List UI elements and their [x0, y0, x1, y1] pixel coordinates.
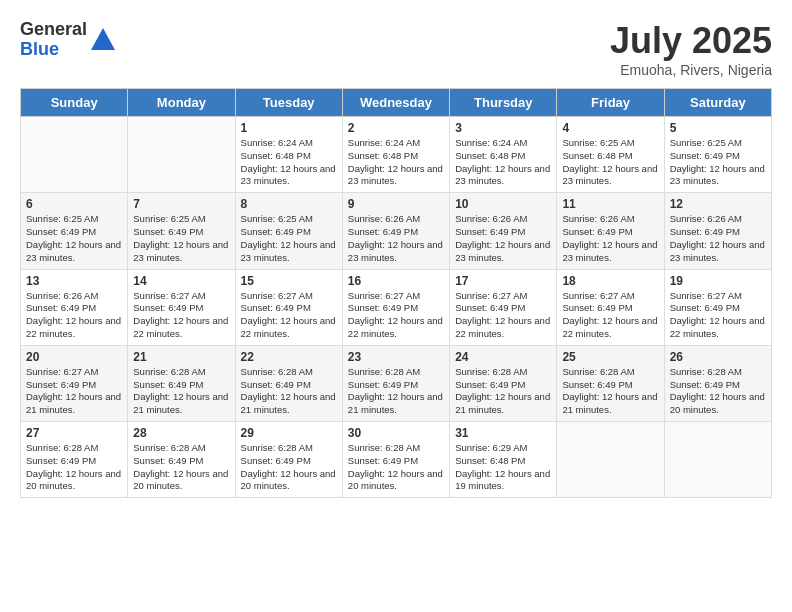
- day-info: Sunrise: 6:27 AM Sunset: 6:49 PM Dayligh…: [348, 290, 444, 341]
- day-number: 13: [26, 274, 122, 288]
- day-info: Sunrise: 6:25 AM Sunset: 6:49 PM Dayligh…: [670, 137, 766, 188]
- day-number: 24: [455, 350, 551, 364]
- day-number: 9: [348, 197, 444, 211]
- header-sunday: Sunday: [21, 89, 128, 117]
- day-info: Sunrise: 6:28 AM Sunset: 6:49 PM Dayligh…: [133, 366, 229, 417]
- day-info: Sunrise: 6:27 AM Sunset: 6:49 PM Dayligh…: [562, 290, 658, 341]
- day-number: 1: [241, 121, 337, 135]
- day-number: 4: [562, 121, 658, 135]
- calendar-cell: [557, 422, 664, 498]
- calendar-cell: 10Sunrise: 6:26 AM Sunset: 6:49 PM Dayli…: [450, 193, 557, 269]
- logo: General Blue: [20, 20, 117, 60]
- calendar-cell: 20Sunrise: 6:27 AM Sunset: 6:49 PM Dayli…: [21, 345, 128, 421]
- calendar-cell: 4Sunrise: 6:25 AM Sunset: 6:48 PM Daylig…: [557, 117, 664, 193]
- day-number: 18: [562, 274, 658, 288]
- calendar-cell: 29Sunrise: 6:28 AM Sunset: 6:49 PM Dayli…: [235, 422, 342, 498]
- calendar-cell: 2Sunrise: 6:24 AM Sunset: 6:48 PM Daylig…: [342, 117, 449, 193]
- day-info: Sunrise: 6:26 AM Sunset: 6:49 PM Dayligh…: [670, 213, 766, 264]
- day-number: 31: [455, 426, 551, 440]
- calendar-cell: [21, 117, 128, 193]
- page-title: July 2025: [610, 20, 772, 62]
- day-number: 11: [562, 197, 658, 211]
- calendar-cell: 23Sunrise: 6:28 AM Sunset: 6:49 PM Dayli…: [342, 345, 449, 421]
- day-number: 22: [241, 350, 337, 364]
- calendar-week-5: 27Sunrise: 6:28 AM Sunset: 6:49 PM Dayli…: [21, 422, 772, 498]
- calendar-cell: 28Sunrise: 6:28 AM Sunset: 6:49 PM Dayli…: [128, 422, 235, 498]
- day-number: 28: [133, 426, 229, 440]
- title-block: July 2025 Emuoha, Rivers, Nigeria: [610, 20, 772, 78]
- day-info: Sunrise: 6:27 AM Sunset: 6:49 PM Dayligh…: [241, 290, 337, 341]
- calendar-cell: 22Sunrise: 6:28 AM Sunset: 6:49 PM Dayli…: [235, 345, 342, 421]
- header-wednesday: Wednesday: [342, 89, 449, 117]
- calendar-table: SundayMondayTuesdayWednesdayThursdayFrid…: [20, 88, 772, 498]
- calendar-cell: 17Sunrise: 6:27 AM Sunset: 6:49 PM Dayli…: [450, 269, 557, 345]
- calendar-week-2: 6Sunrise: 6:25 AM Sunset: 6:49 PM Daylig…: [21, 193, 772, 269]
- day-info: Sunrise: 6:24 AM Sunset: 6:48 PM Dayligh…: [348, 137, 444, 188]
- calendar-cell: 14Sunrise: 6:27 AM Sunset: 6:49 PM Dayli…: [128, 269, 235, 345]
- day-info: Sunrise: 6:24 AM Sunset: 6:48 PM Dayligh…: [455, 137, 551, 188]
- calendar-cell: 25Sunrise: 6:28 AM Sunset: 6:49 PM Dayli…: [557, 345, 664, 421]
- day-number: 15: [241, 274, 337, 288]
- calendar-week-1: 1Sunrise: 6:24 AM Sunset: 6:48 PM Daylig…: [21, 117, 772, 193]
- logo-icon: [89, 26, 117, 54]
- day-number: 26: [670, 350, 766, 364]
- day-info: Sunrise: 6:28 AM Sunset: 6:49 PM Dayligh…: [26, 442, 122, 493]
- calendar-cell: 19Sunrise: 6:27 AM Sunset: 6:49 PM Dayli…: [664, 269, 771, 345]
- day-info: Sunrise: 6:25 AM Sunset: 6:49 PM Dayligh…: [26, 213, 122, 264]
- day-number: 20: [26, 350, 122, 364]
- day-info: Sunrise: 6:28 AM Sunset: 6:49 PM Dayligh…: [241, 366, 337, 417]
- day-info: Sunrise: 6:28 AM Sunset: 6:49 PM Dayligh…: [562, 366, 658, 417]
- calendar-cell: 8Sunrise: 6:25 AM Sunset: 6:49 PM Daylig…: [235, 193, 342, 269]
- calendar-cell: 27Sunrise: 6:28 AM Sunset: 6:49 PM Dayli…: [21, 422, 128, 498]
- day-info: Sunrise: 6:28 AM Sunset: 6:49 PM Dayligh…: [348, 442, 444, 493]
- header-tuesday: Tuesday: [235, 89, 342, 117]
- header-monday: Monday: [128, 89, 235, 117]
- day-info: Sunrise: 6:28 AM Sunset: 6:49 PM Dayligh…: [133, 442, 229, 493]
- calendar-cell: 5Sunrise: 6:25 AM Sunset: 6:49 PM Daylig…: [664, 117, 771, 193]
- day-info: Sunrise: 6:27 AM Sunset: 6:49 PM Dayligh…: [26, 366, 122, 417]
- page-header: General Blue July 2025 Emuoha, Rivers, N…: [20, 20, 772, 78]
- day-number: 23: [348, 350, 444, 364]
- day-number: 2: [348, 121, 444, 135]
- day-info: Sunrise: 6:28 AM Sunset: 6:49 PM Dayligh…: [241, 442, 337, 493]
- header-thursday: Thursday: [450, 89, 557, 117]
- day-info: Sunrise: 6:25 AM Sunset: 6:48 PM Dayligh…: [562, 137, 658, 188]
- header-friday: Friday: [557, 89, 664, 117]
- calendar-week-4: 20Sunrise: 6:27 AM Sunset: 6:49 PM Dayli…: [21, 345, 772, 421]
- day-number: 21: [133, 350, 229, 364]
- calendar-cell: 1Sunrise: 6:24 AM Sunset: 6:48 PM Daylig…: [235, 117, 342, 193]
- day-number: 7: [133, 197, 229, 211]
- day-info: Sunrise: 6:27 AM Sunset: 6:49 PM Dayligh…: [455, 290, 551, 341]
- day-number: 30: [348, 426, 444, 440]
- calendar-cell: 11Sunrise: 6:26 AM Sunset: 6:49 PM Dayli…: [557, 193, 664, 269]
- calendar-cell: 16Sunrise: 6:27 AM Sunset: 6:49 PM Dayli…: [342, 269, 449, 345]
- day-number: 3: [455, 121, 551, 135]
- day-number: 5: [670, 121, 766, 135]
- day-number: 27: [26, 426, 122, 440]
- calendar-cell: [128, 117, 235, 193]
- calendar-cell: 18Sunrise: 6:27 AM Sunset: 6:49 PM Dayli…: [557, 269, 664, 345]
- day-info: Sunrise: 6:24 AM Sunset: 6:48 PM Dayligh…: [241, 137, 337, 188]
- calendar-cell: 30Sunrise: 6:28 AM Sunset: 6:49 PM Dayli…: [342, 422, 449, 498]
- calendar-cell: 26Sunrise: 6:28 AM Sunset: 6:49 PM Dayli…: [664, 345, 771, 421]
- day-number: 8: [241, 197, 337, 211]
- day-info: Sunrise: 6:26 AM Sunset: 6:49 PM Dayligh…: [26, 290, 122, 341]
- day-number: 16: [348, 274, 444, 288]
- svg-marker-0: [91, 28, 115, 50]
- calendar-cell: 15Sunrise: 6:27 AM Sunset: 6:49 PM Dayli…: [235, 269, 342, 345]
- day-info: Sunrise: 6:27 AM Sunset: 6:49 PM Dayligh…: [133, 290, 229, 341]
- day-number: 29: [241, 426, 337, 440]
- logo-general-text: General: [20, 20, 87, 40]
- calendar-cell: 9Sunrise: 6:26 AM Sunset: 6:49 PM Daylig…: [342, 193, 449, 269]
- day-number: 14: [133, 274, 229, 288]
- day-number: 10: [455, 197, 551, 211]
- page-subtitle: Emuoha, Rivers, Nigeria: [610, 62, 772, 78]
- calendar-cell: 3Sunrise: 6:24 AM Sunset: 6:48 PM Daylig…: [450, 117, 557, 193]
- day-info: Sunrise: 6:28 AM Sunset: 6:49 PM Dayligh…: [455, 366, 551, 417]
- day-info: Sunrise: 6:25 AM Sunset: 6:49 PM Dayligh…: [241, 213, 337, 264]
- calendar-cell: 21Sunrise: 6:28 AM Sunset: 6:49 PM Dayli…: [128, 345, 235, 421]
- day-info: Sunrise: 6:26 AM Sunset: 6:49 PM Dayligh…: [348, 213, 444, 264]
- day-info: Sunrise: 6:25 AM Sunset: 6:49 PM Dayligh…: [133, 213, 229, 264]
- day-number: 25: [562, 350, 658, 364]
- day-number: 19: [670, 274, 766, 288]
